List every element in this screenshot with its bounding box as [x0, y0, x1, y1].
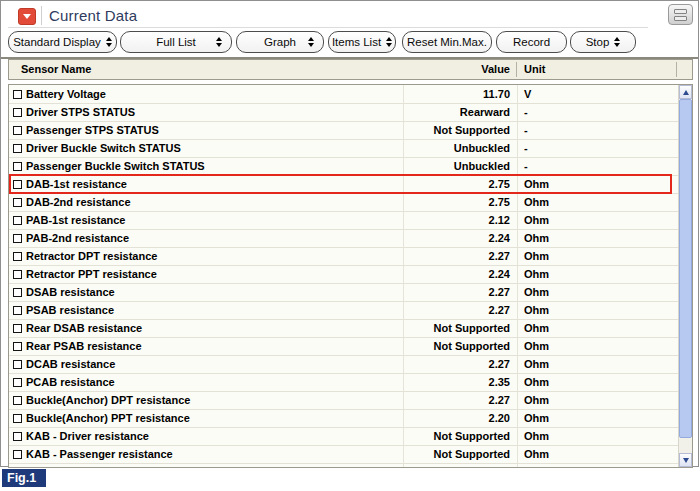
sensor-name: Retractor PPT resistance: [26, 266, 157, 283]
sensor-name: DCAB resistance: [26, 356, 115, 373]
sensor-unit: Ohm: [517, 392, 678, 409]
table-row[interactable]: Battery Voltage 11.70 V: [9, 86, 678, 104]
sensor-value: 2.27: [403, 248, 517, 265]
table-row[interactable]: DCAB resistance 2.27 Ohm: [9, 356, 678, 374]
scrollbar-thumb[interactable]: [679, 99, 692, 438]
table-row[interactable]: KAB - Passenger resistance Not Supported…: [9, 446, 678, 464]
row-checkbox[interactable]: [13, 414, 22, 423]
record-button[interactable]: Record: [496, 31, 567, 53]
scroll-up-icon[interactable]: [679, 85, 692, 99]
row-checkbox[interactable]: [13, 252, 22, 261]
row-checkbox[interactable]: [13, 306, 22, 315]
table-row[interactable]: Retractor PPT resistance 2.24 Ohm: [9, 266, 678, 284]
panel-bar-icon: [674, 9, 687, 14]
table-row[interactable]: KAB - Driver resistance Not Supported Oh…: [9, 428, 678, 446]
reset-min-max-button[interactable]: Reset Min.Max.: [402, 31, 492, 53]
row-checkbox[interactable]: [13, 396, 22, 405]
row-checkbox[interactable]: [13, 324, 22, 333]
row-checkbox[interactable]: [13, 198, 22, 207]
sensor-unit: Ohm: [517, 230, 678, 247]
graph-button[interactable]: Graph: [236, 31, 324, 53]
stop-button[interactable]: Stop: [570, 31, 636, 53]
sensor-unit: Ohm: [517, 410, 678, 427]
sensor-unit: Ohm: [517, 212, 678, 229]
titlebar-separator: [41, 6, 42, 25]
sensor-value: 2.75: [403, 176, 517, 193]
button-label: Record: [513, 36, 550, 48]
sensor-name: Retractor DPT resistance: [26, 248, 157, 265]
figure-label: Fig.1: [2, 469, 46, 487]
table-row[interactable]: DSAB resistance 2.27 Ohm: [9, 284, 678, 302]
menu-dropdown-icon[interactable]: [18, 8, 36, 25]
scroll-down-icon[interactable]: [679, 453, 692, 467]
sensor-value: 2.27: [403, 356, 517, 373]
row-checkbox[interactable]: [13, 126, 22, 135]
sensor-name: DSAB resistance: [26, 284, 115, 301]
row-checkbox[interactable]: [13, 450, 22, 459]
table-row[interactable]: PCAB resistance 2.35 Ohm: [9, 374, 678, 392]
header-divider: [676, 62, 677, 77]
table-row[interactable]: PSAB resistance 2.27 Ohm: [9, 302, 678, 320]
row-checkbox[interactable]: [13, 360, 22, 369]
row-checkbox[interactable]: [13, 432, 22, 441]
sensor-unit: -: [517, 122, 678, 139]
titlebar-rule: [8, 27, 648, 28]
split-window-icon[interactable]: [668, 4, 693, 25]
table-row[interactable]: Rear DSAB resistance Not Supported Ohm: [9, 320, 678, 338]
sensor-value: Unbuckled: [403, 158, 517, 175]
row-checkbox[interactable]: [13, 180, 22, 189]
column-header-sensor-name: Sensor Name: [21, 60, 91, 79]
sensor-name: Rear PSAB resistance: [26, 338, 142, 355]
table-row[interactable]: PAB-2nd resistance 2.24 Ohm: [9, 230, 678, 248]
sensor-value: 11.70: [403, 86, 517, 103]
row-checkbox[interactable]: [13, 162, 22, 171]
up-down-arrow-icon: [216, 37, 222, 47]
table-row[interactable]: Buckle(Anchor) PPT resistance 2.20 Ohm: [9, 410, 678, 428]
row-checkbox[interactable]: [13, 216, 22, 225]
items-list-button[interactable]: Items List: [328, 31, 396, 53]
sensor-value: 2.35: [403, 374, 517, 391]
sensor-value: 2.20: [403, 410, 517, 427]
sensor-unit: -: [517, 140, 678, 157]
row-checkbox[interactable]: [13, 378, 22, 387]
table-row[interactable]: Driver Buckle Switch STATUS Unbuckled -: [9, 140, 678, 158]
sensor-name: Driver STPS STATUS: [26, 104, 135, 121]
full-list-button[interactable]: Full List: [120, 31, 232, 53]
sensor-value: 2.75: [403, 194, 517, 211]
table-row[interactable]: DAB-1st resistance 2.75 Ohm: [9, 176, 678, 194]
sensor-value: 2.27: [403, 302, 517, 319]
up-down-arrow-icon: [106, 37, 112, 47]
table-row[interactable]: Retractor DPT resistance 2.27 Ohm: [9, 248, 678, 266]
up-down-arrow-icon: [614, 37, 620, 47]
sensor-value: Unbuckled: [403, 140, 517, 157]
table-row[interactable]: Rear PSAB resistance Not Supported Ohm: [9, 338, 678, 356]
row-checkbox[interactable]: [13, 288, 22, 297]
table-row[interactable]: Driver STPS STATUS Rearward -: [9, 104, 678, 122]
sensor-table: Battery Voltage 11.70 V Driver STPS STAT…: [8, 84, 693, 468]
row-checkbox[interactable]: [13, 342, 22, 351]
sensor-unit: Ohm: [517, 428, 678, 445]
standard-display-button[interactable]: Standard Display: [8, 31, 117, 53]
sensor-name: Rear DSAB resistance: [26, 320, 142, 337]
row-checkbox[interactable]: [13, 234, 22, 243]
sensor-unit: Ohm: [517, 446, 678, 463]
sensor-value: 2.12: [403, 212, 517, 229]
row-checkbox[interactable]: [13, 144, 22, 153]
table-row[interactable]: Passenger Buckle Switch STATUS Unbuckled…: [9, 158, 678, 176]
row-checkbox[interactable]: [13, 108, 22, 117]
vertical-scrollbar[interactable]: [678, 85, 692, 467]
sensor-name: Battery Voltage: [26, 86, 106, 103]
button-label: Stop: [586, 36, 610, 48]
sensor-value: Not Supported: [403, 338, 517, 355]
table-row[interactable]: Passenger STPS STATUS Not Supported -: [9, 122, 678, 140]
row-checkbox[interactable]: [13, 270, 22, 279]
sensor-name: KAB - Passenger resistance: [26, 446, 173, 463]
button-label: Items List: [332, 36, 381, 48]
row-checkbox[interactable]: [13, 90, 22, 99]
sensor-value: Rearward: [403, 104, 517, 121]
sensor-value: 2.27: [403, 284, 517, 301]
table-row[interactable]: DAB-2nd resistance 2.75 Ohm: [9, 194, 678, 212]
table-row[interactable]: Buckle(Anchor) DPT resistance 2.27 Ohm: [9, 392, 678, 410]
sensor-name: Driver Buckle Switch STATUS: [26, 140, 181, 157]
table-row[interactable]: PAB-1st resistance 2.12 Ohm: [9, 212, 678, 230]
